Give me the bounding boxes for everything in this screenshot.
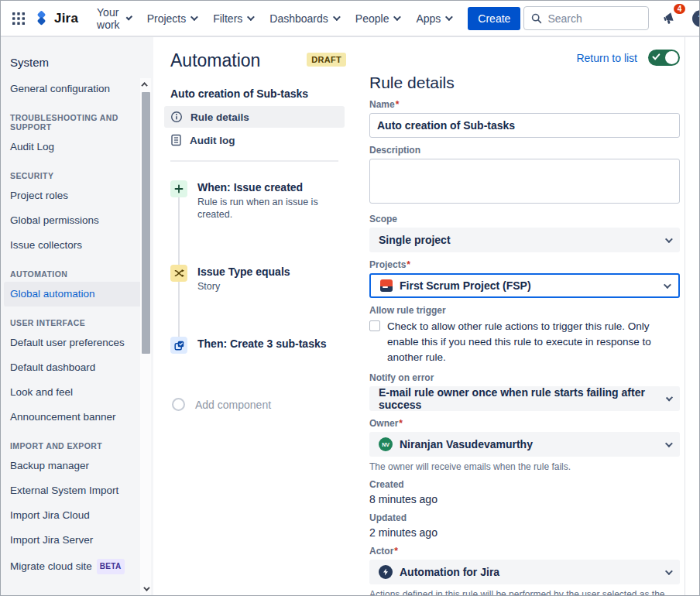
scope-label: Scope (369, 214, 680, 224)
return-to-list-link[interactable]: Return to list (576, 52, 637, 64)
sidebar-item-label: Import Jira Cloud (10, 509, 90, 522)
allow-trigger-field-group: Allow rule trigger Check to allow other … (369, 305, 680, 365)
actor-value: Automation for Jira (400, 566, 499, 578)
sidebar-item-label: External System Import (10, 485, 118, 497)
description-label: Description (369, 145, 680, 156)
sidebar-item-issue-collectors[interactable]: Issue collectors (9, 233, 142, 258)
top-navigation-bar: Jira Your work Projects Filters Dashboar… (1, 1, 699, 37)
nav-filters[interactable]: Filters (205, 6, 260, 31)
sidebar-item-global-automation[interactable]: Global automation (4, 282, 142, 307)
nav-label: Projects (147, 12, 187, 25)
scroll-down-button[interactable] (140, 583, 151, 595)
notification-count-badge: 4 (674, 4, 686, 14)
info-icon (170, 111, 183, 123)
search-input[interactable] (547, 12, 633, 25)
chain-item-title: Then: Create 3 sub-tasks (197, 337, 327, 351)
help-button[interactable]: ? (691, 9, 700, 29)
audit-log-icon (170, 134, 182, 146)
nav-people[interactable]: People (348, 6, 407, 31)
scope-value: Single project (379, 234, 451, 246)
rule-enabled-toggle[interactable] (648, 50, 680, 66)
allow-trigger-checkbox[interactable] (369, 320, 380, 331)
sidebar-item-label: Announcement banner (10, 411, 116, 423)
sidebar-title: System (9, 51, 142, 77)
sidebar-item-default-dashboard[interactable]: Default dashboard (9, 355, 142, 380)
jira-logo[interactable]: Jira (33, 10, 78, 26)
nav-apps[interactable]: Apps (408, 6, 458, 31)
sidebar-item-label: Project roles (10, 190, 68, 202)
sidebar-item-announcement-banner[interactable]: Announcement banner (9, 405, 142, 430)
name-input[interactable] (369, 113, 680, 138)
chevron-down-icon (333, 13, 341, 21)
required-mark: * (394, 546, 398, 557)
jira-window: Jira Your work Projects Filters Dashboar… (0, 0, 700, 596)
sidebar-item-project-roles[interactable]: Project roles (9, 183, 142, 208)
details-heading: Rule details (369, 74, 680, 92)
required-mark: * (407, 259, 410, 270)
chevron-down-icon (190, 13, 198, 21)
scroll-up-button[interactable] (140, 78, 151, 91)
owner-select[interactable]: NV Niranjan Vasudevamurthy (369, 432, 680, 457)
chain-item-title: When: Issue created (197, 180, 352, 194)
actor-select[interactable]: Automation for Jira (369, 560, 680, 584)
app-switcher-icon[interactable] (12, 8, 26, 29)
automation-for-jira-icon (379, 565, 393, 579)
sidebar-heading-troubleshooting: TROUBLESHOOTING AND SUPPORT (9, 101, 142, 135)
chevron-down-icon (665, 440, 673, 447)
tab-label: Rule details (190, 111, 249, 123)
chain-item-title: Issue Type equals (197, 265, 290, 279)
tab-audit-log[interactable]: Audit log (164, 129, 345, 151)
global-search[interactable] (523, 6, 649, 30)
owner-label: Owner* (369, 418, 680, 429)
nav-dashboards[interactable]: Dashboards (262, 6, 346, 31)
notifications-button[interactable]: 4 (660, 9, 680, 29)
owner-field-group: Owner* NV Niranjan Vasudevamurthy The ow… (369, 418, 680, 472)
trigger-icon (170, 180, 187, 197)
sidebar-item-general-configuration[interactable]: General configuration (9, 77, 142, 101)
add-component-label: Add component (195, 399, 271, 411)
sidebar-scrollbar[interactable] (140, 78, 151, 595)
sidebar-heading-security: SECURITY (9, 159, 142, 183)
description-textarea[interactable] (369, 159, 680, 204)
scope-field-group: Scope Single project (369, 214, 680, 252)
add-component-button[interactable]: Add component (170, 398, 352, 411)
description-field-group: Description (369, 145, 680, 207)
right-gutter (685, 37, 699, 595)
name-label: Name* (369, 99, 680, 110)
actor-help-text: Actions defined in this rule will be per… (369, 589, 680, 595)
action-icon (170, 337, 187, 354)
chevron-down-icon (664, 281, 671, 289)
owner-help-text: The owner will receive emails when the r… (369, 461, 680, 472)
chevron-down-icon (143, 584, 149, 591)
tab-rule-details[interactable]: Rule details (164, 106, 345, 128)
scrollbar-thumb[interactable] (142, 92, 150, 354)
owner-avatar: NV (379, 437, 393, 451)
chain-item-condition[interactable]: Issue Type equals Story (170, 265, 352, 293)
sidebar-item-import-jira-server[interactable]: Import Jira Server (9, 528, 142, 553)
create-button[interactable]: Create (468, 7, 520, 30)
sidebar-item-external-system-import[interactable]: External System Import (9, 478, 142, 503)
sidebar-item-migrate-cloud-site[interactable]: Migrate cloud site BETA (9, 553, 142, 581)
projects-value: First Scrum Project (FSP) (400, 279, 531, 292)
actor-field-group: Actor* Automation for Jira Actions defin… (369, 546, 680, 595)
projects-field-group: Projects* First Scrum Project (FSP) (369, 259, 680, 298)
sidebar-heading-user-interface: USER INTERFACE (9, 307, 142, 331)
chain-item-trigger[interactable]: When: Issue created Rule is run when an … (170, 180, 352, 221)
jira-logo-text: Jira (54, 11, 78, 26)
sidebar-item-look-and-feel[interactable]: Look and feel (9, 380, 142, 405)
sidebar-item-global-permissions[interactable]: Global permissions (9, 208, 142, 233)
scope-select[interactable]: Single project (369, 228, 680, 252)
sidebar-item-default-user-preferences[interactable]: Default user preferences (9, 331, 142, 355)
projects-select[interactable]: First Scrum Project (FSP) (369, 273, 680, 298)
grid-dots-icon (12, 12, 26, 26)
updated-value: 2 minutes ago (369, 526, 680, 539)
nav-projects[interactable]: Projects (139, 6, 204, 31)
sidebar-item-import-jira-cloud[interactable]: Import Jira Cloud (9, 503, 142, 528)
sidebar-item-audit-log[interactable]: Audit Log (9, 135, 142, 159)
sidebar-item-backup-manager[interactable]: Backup manager (9, 454, 142, 478)
chain-item-action[interactable]: Then: Create 3 sub-tasks (170, 337, 352, 354)
notify-select[interactable]: E-mail rule owner once when rule starts … (369, 386, 680, 411)
chevron-up-icon (141, 82, 147, 88)
nav-your-work[interactable]: Your work (89, 0, 138, 37)
chevron-down-icon (393, 13, 401, 21)
